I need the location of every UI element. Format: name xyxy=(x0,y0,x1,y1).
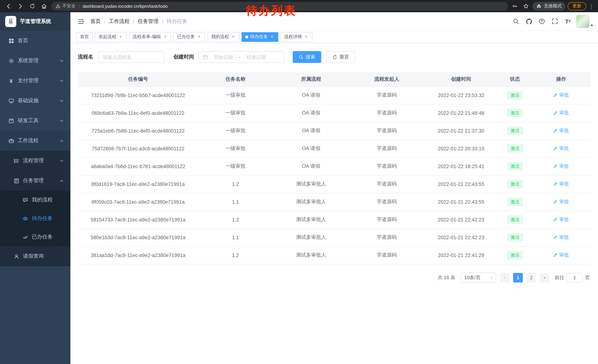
cell-status: 激活 xyxy=(498,175,532,193)
tasks-table: 任务编号 任务名称 所属流程 流程发起人 创建时间 状态 操作 73211d9d… xyxy=(78,72,590,264)
goto-unit-label: 页 xyxy=(585,274,590,281)
forward-icon[interactable] xyxy=(16,1,25,11)
tab-my-process[interactable]: 我的流程× xyxy=(208,32,239,42)
tab-start-process[interactable]: 发起流程× xyxy=(95,32,127,42)
key-icon[interactable] xyxy=(510,2,519,11)
cell-starter: 芋道源码 xyxy=(349,104,424,122)
approve-link[interactable]: 审批 xyxy=(553,110,569,116)
cell-starter: 芋道源码 xyxy=(349,86,424,104)
end-date-input[interactable] xyxy=(243,54,270,60)
sidebar-toggle-icon[interactable] xyxy=(75,16,86,26)
process-name-label: 流程名 xyxy=(78,54,93,60)
browser-menu-icon[interactable]: ⋮ xyxy=(588,3,594,9)
chevron-down-icon xyxy=(60,79,64,83)
security-warning[interactable]: 不安全 xyxy=(56,3,75,9)
page-button-1[interactable]: 1 xyxy=(513,273,523,282)
tab-label: 流程表单-编辑 xyxy=(133,34,161,40)
sidebar-item-process-management[interactable]: 流程管理 xyxy=(0,151,70,171)
sidebar-item-my-process[interactable]: 我的流程 xyxy=(0,191,70,209)
status-badge: 激活 xyxy=(507,198,523,206)
prev-page-button[interactable]: ‹ xyxy=(500,273,509,282)
date-range-picker[interactable]: - xyxy=(199,51,284,63)
next-page-button[interactable]: › xyxy=(540,273,549,282)
approve-link[interactable]: 审批 xyxy=(553,198,569,205)
cell-task-id: a6aba0a4-7b6d-11ec-b781-acde48001122 xyxy=(78,157,198,175)
update-button[interactable]: 更新 xyxy=(568,2,586,10)
cell-actions: 审批 xyxy=(532,228,590,246)
breadcrumb-home[interactable]: 首页 xyxy=(91,18,101,25)
sidebar-item-leave-query[interactable]: 请假查询 xyxy=(0,246,70,266)
tab-process-detail[interactable]: 流程详情× xyxy=(281,32,312,42)
approve-link[interactable]: 审批 xyxy=(553,163,569,170)
sidebar-item-infrastructure[interactable]: 基础设施 xyxy=(0,91,70,111)
sidebar-item-todo-tasks[interactable]: 待办任务 xyxy=(0,209,70,228)
tab-done-tasks[interactable]: 已办任务× xyxy=(173,32,205,42)
goto-page-input[interactable] xyxy=(566,273,583,282)
cell-actions: 审批 xyxy=(532,175,590,193)
cell-status: 激活 xyxy=(498,157,532,175)
close-icon[interactable]: × xyxy=(231,34,236,39)
search-button[interactable]: 搜索 xyxy=(293,51,321,63)
sidebar-item-done-tasks[interactable]: 已办任务 xyxy=(0,228,70,246)
close-icon[interactable]: × xyxy=(270,34,274,39)
edit-icon xyxy=(553,164,558,169)
github-icon[interactable] xyxy=(524,16,534,26)
sidebar-logo[interactable]: 芋道管理系统 xyxy=(0,12,70,31)
list-icon xyxy=(13,158,19,164)
close-icon[interactable]: × xyxy=(163,34,167,39)
process-name-input[interactable] xyxy=(98,51,165,63)
sidebar-item-task-management[interactable]: 任务管理 xyxy=(0,171,70,191)
close-icon[interactable]: × xyxy=(118,34,123,39)
tab-form-edit[interactable]: 流程表单-编辑× xyxy=(129,32,171,42)
approve-link[interactable]: 审批 xyxy=(553,127,569,134)
approve-link[interactable]: 审批 xyxy=(553,181,569,187)
approve-link[interactable]: 审批 xyxy=(553,145,569,152)
active-dot xyxy=(245,35,248,38)
omnibox-divider: | xyxy=(79,4,80,9)
goto-page: 前往 页 xyxy=(555,273,590,282)
fullscreen-icon[interactable] xyxy=(550,16,560,26)
sidebar: 芋道管理系统 首页 系统管理 ¥ 支付管理 基础设施 研发工具 工作 xyxy=(0,12,70,364)
user-menu[interactable]: ▾ xyxy=(576,15,593,28)
help-icon[interactable] xyxy=(537,16,547,26)
font-size-large-t: T xyxy=(565,18,569,24)
search-icon[interactable] xyxy=(511,16,521,26)
sidebar-item-label: 首页 xyxy=(18,37,28,44)
cell-actions: 审批 xyxy=(532,140,590,157)
update-label: 更新 xyxy=(573,3,581,9)
approve-link[interactable]: 审批 xyxy=(553,234,569,241)
sidebar-item-workflow[interactable]: 工作流程 xyxy=(0,131,70,151)
close-icon[interactable]: × xyxy=(304,34,309,39)
approve-link[interactable]: 审批 xyxy=(553,252,569,259)
sidebar-item-payment[interactable]: ¥ 支付管理 xyxy=(0,71,70,91)
font-size-icon[interactable]: TT xyxy=(563,16,573,26)
double-check-icon xyxy=(22,234,28,240)
reset-button[interactable]: 重置 xyxy=(326,51,355,63)
page-button-2[interactable]: 2 xyxy=(526,273,536,282)
edit-icon xyxy=(553,200,558,204)
sidebar-item-devtools[interactable]: 研发工具 xyxy=(0,111,70,131)
approve-link[interactable]: 审批 xyxy=(553,216,569,223)
cell-process: OA 请假 xyxy=(273,104,349,122)
chevron-down-icon xyxy=(60,99,64,103)
cell-created: 2022-01-22 23:53:32 xyxy=(424,86,498,104)
tab-home[interactable]: 首页 xyxy=(76,32,93,42)
sidebar-item-home[interactable]: 首页 xyxy=(0,31,70,51)
close-icon[interactable]: × xyxy=(197,34,201,39)
bookmark-star-icon[interactable] xyxy=(521,2,530,11)
tab-todo-tasks[interactable]: 待办任务× xyxy=(241,32,278,42)
cell-starter: 芋道源码 xyxy=(349,140,424,157)
caret-down-icon: ▾ xyxy=(591,23,593,28)
annotation-text: 待办列表 xyxy=(246,3,296,18)
edit-icon xyxy=(553,129,558,133)
breadcrumb-task-management[interactable]: 任务管理 xyxy=(138,18,158,25)
back-icon[interactable] xyxy=(4,1,13,11)
home-icon[interactable] xyxy=(39,1,49,11)
start-date-input[interactable] xyxy=(210,54,237,60)
page-size-select[interactable]: 10条/页 ▾ xyxy=(461,272,496,283)
cell-created: 2022-01-21 22:42:23 xyxy=(424,211,498,228)
breadcrumb-workflow[interactable]: 工作流程 xyxy=(109,18,130,25)
refresh-icon[interactable] xyxy=(27,1,37,11)
sidebar-item-system[interactable]: 系统管理 xyxy=(0,51,70,71)
approve-link[interactable]: 审批 xyxy=(553,92,569,98)
